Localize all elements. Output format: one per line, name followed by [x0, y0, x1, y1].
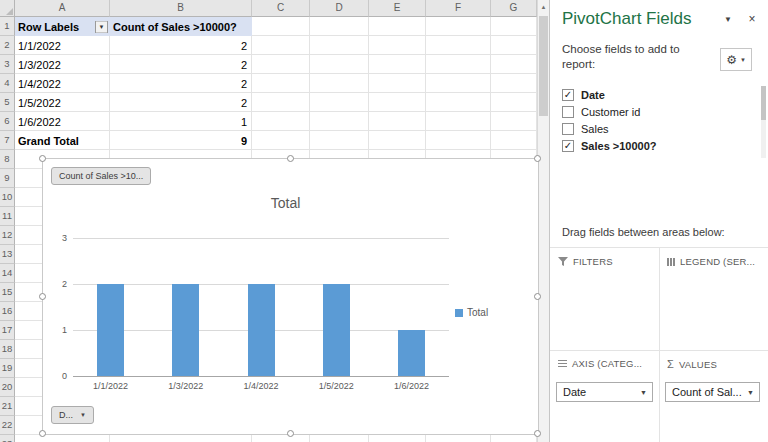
row-header-3[interactable]: 3: [0, 55, 15, 74]
pivot-date-cell[interactable]: 1/1/2022: [15, 40, 110, 52]
bar-1/5/2022[interactable]: [323, 284, 350, 376]
x-axis-tick-label: 1/6/2022: [374, 381, 449, 391]
row-header-14[interactable]: 14: [0, 264, 15, 283]
column-header-e[interactable]: E: [369, 0, 426, 17]
chart-resize-handle[interactable]: [534, 155, 541, 162]
row-header-4[interactable]: 4: [0, 74, 15, 93]
pivot-cell-count-header[interactable]: Count of Sales >10000?: [110, 21, 252, 33]
row-header-17[interactable]: 17: [0, 321, 15, 340]
row-header-10[interactable]: 10: [0, 188, 15, 207]
chart-resize-handle[interactable]: [39, 293, 46, 300]
scroll-up-icon[interactable]: ▲: [538, 0, 549, 14]
column-header-f[interactable]: F: [426, 0, 491, 17]
row-header-16[interactable]: 16: [0, 302, 15, 321]
grand-total-label-cell[interactable]: Grand Total: [15, 135, 110, 147]
chart-resize-handle[interactable]: [287, 430, 294, 437]
column-header-g[interactable]: G: [491, 0, 537, 17]
filters-area[interactable]: FILTERS: [558, 256, 655, 267]
checkbox-checked[interactable]: ✓: [562, 89, 574, 101]
axis-area[interactable]: AXIS (CATEG...: [558, 358, 655, 369]
bar-slot: [374, 238, 449, 376]
chart-resize-handle[interactable]: [534, 430, 541, 437]
row-header-5[interactable]: 5: [0, 93, 15, 112]
select-all-corner[interactable]: [0, 0, 15, 17]
scrollbar-thumb[interactable]: [539, 16, 548, 116]
filter-dropdown-button[interactable]: ▼: [95, 21, 108, 33]
row-header-20[interactable]: 20: [0, 378, 15, 397]
pivot-count-cell[interactable]: 2: [110, 59, 252, 71]
chart-resize-handle[interactable]: [39, 430, 46, 437]
row-header-11[interactable]: 11: [0, 207, 15, 226]
row-header-23[interactable]: 23: [0, 435, 15, 442]
grand-total-value-cell[interactable]: 9: [110, 135, 252, 147]
chart-resize-handle[interactable]: [534, 293, 541, 300]
column-header-c[interactable]: C: [252, 0, 310, 17]
pivot-date-cell[interactable]: 1/3/2022: [15, 59, 110, 71]
checkbox-unchecked[interactable]: [562, 106, 574, 118]
pivot-date-cell[interactable]: 1/4/2022: [15, 78, 110, 90]
pivot-table: Row Labels ▼ Count of Sales >10000? 1/1/…: [15, 17, 252, 150]
chart-field-button-values[interactable]: Count of Sales >10...: [51, 167, 151, 185]
areas-horizontal-divider: [550, 350, 768, 351]
values-field-dropdown[interactable]: Count of Sal... ▼: [665, 382, 760, 402]
field-item-customer-id[interactable]: Customer id: [562, 103, 748, 120]
values-area[interactable]: Σ VALUES: [667, 358, 766, 370]
pivot-header-row: Row Labels ▼ Count of Sales >10000?: [15, 17, 252, 36]
pane-close-icon[interactable]: ×: [744, 12, 760, 26]
pivot-count-cell[interactable]: 2: [110, 97, 252, 109]
row-labels-text: Row Labels: [18, 21, 79, 33]
pivot-row: 1/3/20222: [15, 55, 252, 74]
pane-options-chevron-icon[interactable]: ▼: [720, 15, 736, 24]
tools-gear-button[interactable]: ⚙ ▼: [720, 48, 752, 71]
row-header-9[interactable]: 9: [0, 169, 15, 188]
axis-field-dropdown[interactable]: Date ▼: [556, 382, 653, 402]
bar-slot: [73, 238, 148, 376]
row-header-15[interactable]: 15: [0, 283, 15, 302]
chart-legend[interactable]: Total: [455, 307, 488, 318]
column-header-d[interactable]: D: [310, 0, 369, 17]
pivot-date-cell[interactable]: 1/6/2022: [15, 116, 110, 128]
field-label: Sales: [581, 123, 609, 135]
field-list-scrollbar[interactable]: [761, 86, 766, 158]
chart-resize-handle[interactable]: [287, 155, 294, 162]
field-item-sales[interactable]: Sales: [562, 120, 748, 137]
column-header-a[interactable]: A: [15, 0, 110, 17]
checkbox-checked[interactable]: ✓: [562, 140, 574, 152]
pivot-date-cell[interactable]: 1/5/2022: [15, 97, 110, 109]
pivot-count-cell[interactable]: 1: [110, 116, 252, 128]
field-list-scroll-thumb[interactable]: [761, 86, 766, 120]
pivot-chart[interactable]: Count of Sales >10... Total Total D... ▼…: [42, 158, 539, 435]
pivot-count-cell[interactable]: 2: [110, 40, 252, 52]
row-header-7[interactable]: 7: [0, 131, 15, 150]
column-header-b[interactable]: B: [110, 0, 252, 17]
field-item-sales-10000-[interactable]: ✓Sales >10000?: [562, 137, 748, 154]
row-header-6[interactable]: 6: [0, 112, 15, 131]
bar-1/3/2022[interactable]: [172, 284, 199, 376]
row-header-1[interactable]: 1: [0, 17, 15, 36]
axis-field-value: Date: [563, 386, 586, 398]
field-item-date[interactable]: ✓Date: [562, 86, 748, 103]
row-header-13[interactable]: 13: [0, 245, 15, 264]
bar-1/4/2022[interactable]: [248, 284, 275, 376]
row-header-2[interactable]: 2: [0, 36, 15, 55]
checkbox-unchecked[interactable]: [562, 123, 574, 135]
legend-area[interactable]: LEGEND (SER...: [667, 256, 766, 267]
row-header-18[interactable]: 18: [0, 340, 15, 359]
chart-resize-handle[interactable]: [39, 155, 46, 162]
excel-pivotchart-view: ABCDEFG 12345678910111213141516171819202…: [0, 0, 768, 442]
pivot-row: 1/5/20222: [15, 93, 252, 112]
chevron-down-icon: ▼: [80, 412, 86, 418]
row-header-22[interactable]: 22: [0, 416, 15, 435]
chart-field-button-axis[interactable]: D... ▼: [51, 406, 94, 424]
row-header-12[interactable]: 12: [0, 226, 15, 245]
bar-slot: [299, 238, 374, 376]
chart-title[interactable]: Total: [73, 195, 498, 211]
row-header-21[interactable]: 21: [0, 397, 15, 416]
areas-vertical-divider: [659, 248, 660, 442]
bar-1/1/2022[interactable]: [97, 284, 124, 376]
pivot-cell-row-labels[interactable]: Row Labels ▼: [15, 21, 110, 33]
row-header-8[interactable]: 8: [0, 150, 15, 169]
pivot-count-cell[interactable]: 2: [110, 78, 252, 90]
bar-1/6/2022[interactable]: [398, 330, 425, 376]
row-header-19[interactable]: 19: [0, 359, 15, 378]
